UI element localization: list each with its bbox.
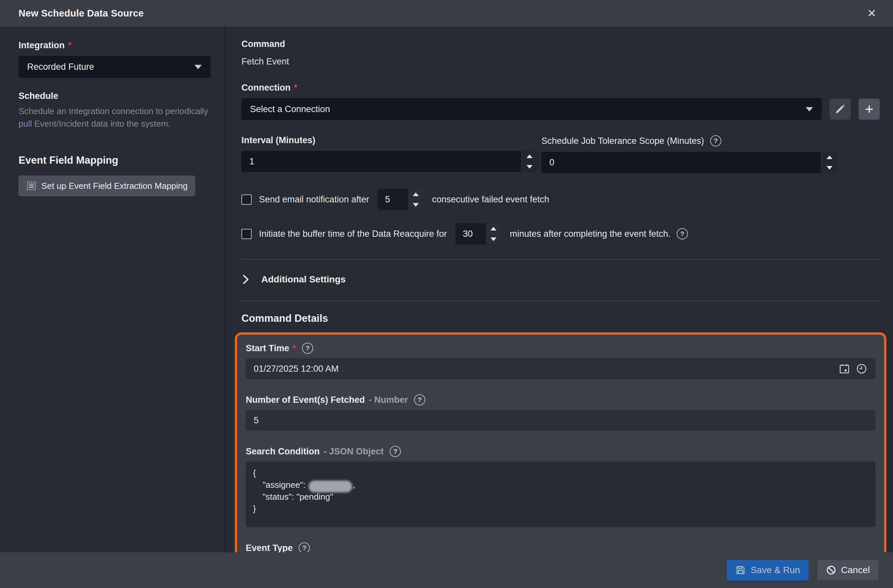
- required-asterisk: *: [293, 343, 296, 353]
- events-fetched-value: 5: [254, 415, 867, 426]
- help-icon[interactable]: ?: [677, 228, 688, 239]
- start-time-input[interactable]: 01/27/2025 12:00 AM: [246, 358, 875, 379]
- new-schedule-data-source-dialog: New Schedule Data Source ✕ Integration *…: [0, 0, 893, 588]
- events-fetched-input[interactable]: 5: [246, 410, 875, 430]
- interval-spinner: [522, 151, 537, 172]
- pencil-icon: [834, 104, 846, 115]
- dialog-header: New Schedule Data Source ✕: [0, 0, 893, 27]
- plus-icon: +: [865, 102, 873, 116]
- required-asterisk: *: [294, 83, 298, 93]
- required-asterisk: *: [68, 41, 72, 51]
- buffer-minutes-input[interactable]: 30: [456, 223, 486, 244]
- tolerance-input[interactable]: 0: [541, 152, 821, 173]
- integration-label: Integration *: [18, 41, 210, 51]
- interval-input[interactable]: 1: [241, 151, 521, 172]
- start-time-label: Start Time * ?: [246, 343, 875, 354]
- setup-event-field-extraction-mapping-button[interactable]: Set up Event Field Extraction Mapping: [18, 176, 195, 196]
- spinner-down-icon[interactable]: [408, 199, 423, 210]
- save-and-run-label: Save & Run: [750, 565, 800, 576]
- buffer-time-row: Initiate the buffer time of the Data Rea…: [241, 223, 880, 244]
- spinner-down-icon[interactable]: [822, 162, 837, 173]
- tolerance-column: Schedule Job Tolerance Scope (Minutes) ?…: [541, 135, 837, 173]
- chevron-down-icon: [806, 107, 813, 111]
- help-icon[interactable]: ?: [389, 446, 401, 457]
- interval-tolerance-row: Interval (Minutes) 1 Schedule Job Tolera…: [241, 135, 880, 173]
- schedule-description: Schedule an Integration connection to pe…: [18, 105, 209, 130]
- events-fetched-label: Number of Event(s) Fetched - Number ?: [246, 394, 875, 406]
- email-notification-row: Send email notification after 5 consecut…: [241, 189, 880, 210]
- interval-label: Interval (Minutes): [241, 135, 537, 146]
- edit-connection-button[interactable]: [830, 99, 851, 120]
- start-time-value: 01/27/2025 12:00 AM: [254, 364, 839, 374]
- connection-row: Select a Connection +: [241, 98, 880, 120]
- buffer-minutes-group: 30: [456, 223, 501, 244]
- buffer-time-label-before: Initiate the buffer time of the Data Rea…: [259, 229, 447, 239]
- cancel-button[interactable]: Cancel: [817, 560, 878, 580]
- command-label: Command: [241, 39, 880, 49]
- additional-settings-toggle[interactable]: Additional Settings: [241, 269, 880, 289]
- interval-column: Interval (Minutes) 1: [241, 135, 537, 173]
- help-icon[interactable]: ?: [302, 343, 313, 354]
- spinner-up-icon[interactable]: [408, 189, 423, 199]
- tolerance-spinner: [822, 152, 837, 173]
- divider: [241, 259, 880, 260]
- clock-icon[interactable]: [855, 363, 867, 375]
- mapping-grid-icon: [26, 180, 37, 191]
- field-type-suffix: - JSON Object: [324, 447, 384, 457]
- dialog-title: New Schedule Data Source: [18, 8, 144, 19]
- buffer-minutes-spinner: [486, 223, 501, 244]
- buffer-time-label-after: minutes after completing the event fetch…: [510, 229, 671, 239]
- help-icon[interactable]: ?: [299, 542, 310, 553]
- help-icon[interactable]: ?: [710, 135, 722, 146]
- spinner-up-icon[interactable]: [486, 223, 501, 234]
- dialog-footer: Save & Run Cancel: [0, 552, 893, 588]
- field-type-suffix: - Number: [369, 395, 408, 405]
- interval-input-group: 1: [241, 151, 537, 172]
- buffer-time-checkbox[interactable]: [241, 229, 252, 239]
- mapping-button-label: Set up Event Field Extraction Mapping: [41, 181, 188, 191]
- integration-select[interactable]: Recorded Future: [18, 56, 210, 78]
- main-panel: Command Fetch Event Connection * Select …: [226, 27, 893, 552]
- email-notification-label-after: consecutive failed event fetch: [432, 194, 549, 205]
- connection-select[interactable]: Select a Connection: [241, 98, 822, 120]
- close-icon[interactable]: ✕: [867, 8, 877, 19]
- help-icon[interactable]: ?: [414, 394, 425, 406]
- cancel-ban-icon: [826, 565, 836, 576]
- failed-fetch-count-group: 5: [378, 189, 423, 210]
- spinner-down-icon[interactable]: [486, 234, 501, 244]
- connection-select-placeholder: Select a Connection: [250, 104, 806, 114]
- save-icon: [735, 565, 746, 576]
- email-notification-checkbox[interactable]: [241, 194, 252, 205]
- cancel-label: Cancel: [841, 565, 870, 576]
- schedule-heading: Schedule: [18, 91, 210, 101]
- connection-label: Connection *: [241, 83, 880, 93]
- chevron-right-icon: [241, 274, 250, 285]
- spinner-up-icon[interactable]: [522, 151, 537, 161]
- search-condition-label: Search Condition - JSON Object ?: [246, 446, 875, 457]
- sidebar: Integration * Recorded Future Schedule S…: [0, 27, 226, 552]
- add-connection-button[interactable]: +: [858, 99, 880, 120]
- save-and-run-button[interactable]: Save & Run: [727, 560, 808, 580]
- event-type-label: Event Type ?: [246, 542, 875, 553]
- command-value: Fetch Event: [241, 57, 880, 67]
- spinner-down-icon[interactable]: [522, 161, 537, 172]
- event-field-mapping-heading: Event Field Mapping: [18, 155, 210, 166]
- tolerance-input-group: 0: [541, 152, 837, 173]
- dialog-body: Integration * Recorded Future Schedule S…: [0, 27, 893, 552]
- spinner-up-icon[interactable]: [822, 152, 837, 162]
- command-details-box: Start Time * ? 01/27/2025 12:00 AM: [235, 332, 886, 588]
- tolerance-label: Schedule Job Tolerance Scope (Minutes) ?: [541, 135, 837, 146]
- integration-select-value: Recorded Future: [27, 62, 194, 72]
- failed-fetch-count-spinner: [408, 189, 423, 210]
- redacted-value: [308, 481, 352, 492]
- chevron-down-icon: [194, 65, 202, 69]
- divider: [241, 301, 880, 301]
- failed-fetch-count-input[interactable]: 5: [378, 189, 408, 210]
- calendar-icon[interactable]: [839, 363, 850, 375]
- command-details-heading: Command Details: [241, 313, 880, 325]
- email-notification-label-before: Send email notification after: [259, 194, 369, 205]
- additional-settings-label: Additional Settings: [261, 274, 346, 285]
- search-condition-textarea[interactable]: { "assignee": , "status": "pending" }: [246, 462, 875, 527]
